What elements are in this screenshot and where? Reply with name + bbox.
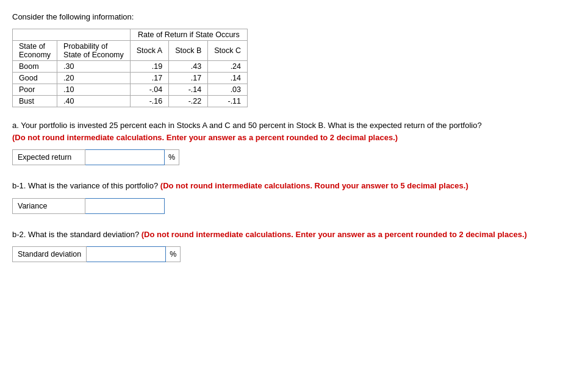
table-cell-stockc: .03 (208, 84, 248, 96)
table-cell-stocka: -.16 (130, 96, 168, 107)
expected-return-row: Expected return % (12, 149, 551, 165)
question-b1-text: b-1. What is the variance of this portfo… (12, 180, 551, 192)
question-b2-red: (Do not round intermediate calculations.… (142, 230, 527, 239)
table-cell-state: Poor (13, 84, 57, 96)
table-cell-state: Boom (13, 61, 57, 73)
variance-row: Variance (12, 198, 551, 214)
data-table: Rate of Return if State Occurs State ofE… (12, 29, 248, 107)
table-cell-stocka: .19 (130, 61, 168, 73)
table-cell-stockb: .17 (169, 73, 208, 84)
table-cell-stockb: -.22 (169, 96, 208, 107)
expected-return-label: Expected return (12, 149, 85, 165)
section-b2: b-2. What is the standard deviation? (Do… (12, 229, 551, 263)
std-dev-input[interactable] (87, 246, 166, 262)
table-cell-state: Bust (13, 96, 57, 107)
table-row: Bust.40-.16-.22-.11 (13, 96, 248, 107)
table-row: Poor.10-.04-.14.03 (13, 84, 248, 96)
question-b2-normal: b-2. What is the standard deviation? (12, 230, 139, 239)
variance-label: Variance (12, 198, 85, 214)
table-cell-prob: .10 (57, 84, 131, 96)
table-header-top: Rate of Return if State Occurs (130, 29, 247, 41)
question-a-red: (Do not round intermediate calculations.… (12, 133, 398, 142)
question-a-normal: a. Your portfolio is invested 25 percent… (12, 121, 482, 130)
intro-text: Consider the following information: (12, 12, 551, 21)
col-header-stockb: Stock B (169, 41, 208, 61)
section-a: a. Your portfolio is invested 25 percent… (12, 119, 551, 165)
table-row: Good.20.17.17.14 (13, 73, 248, 84)
question-a-text: a. Your portfolio is invested 25 percent… (12, 119, 551, 143)
table-cell-stocka: -.04 (130, 84, 168, 96)
std-dev-row: Standard deviation % (12, 246, 551, 262)
table-cell-stockb: .43 (169, 61, 208, 73)
section-b1: b-1. What is the variance of this portfo… (12, 180, 551, 214)
question-b2-text: b-2. What is the standard deviation? (Do… (12, 229, 551, 241)
expected-return-percent: % (165, 149, 179, 165)
col-header-stockc: Stock C (208, 41, 248, 61)
col-header-state: State ofEconomy (13, 41, 57, 61)
question-b1-red: (Do not round intermediate calculations.… (160, 181, 468, 190)
col-header-prob: Probability ofState of Economy (57, 41, 131, 61)
expected-return-input[interactable] (85, 149, 165, 165)
variance-input[interactable] (85, 198, 165, 214)
table-cell-stocka: .17 (130, 73, 168, 84)
question-b1-normal: b-1. What is the variance of this portfo… (12, 181, 158, 190)
table-cell-stockc: .24 (208, 61, 248, 73)
table-cell-stockc: -.11 (208, 96, 248, 107)
std-dev-label: Standard deviation (12, 246, 87, 262)
table-row: Boom.30.19.43.24 (13, 61, 248, 73)
table-cell-prob: .40 (57, 96, 131, 107)
table-cell-stockc: .14 (208, 73, 248, 84)
table-cell-stockb: -.14 (169, 84, 208, 96)
table-cell-prob: .20 (57, 73, 131, 84)
table-cell-state: Good (13, 73, 57, 84)
table-cell-prob: .30 (57, 61, 131, 73)
col-header-stocka: Stock A (130, 41, 168, 61)
std-dev-percent: % (166, 246, 181, 262)
